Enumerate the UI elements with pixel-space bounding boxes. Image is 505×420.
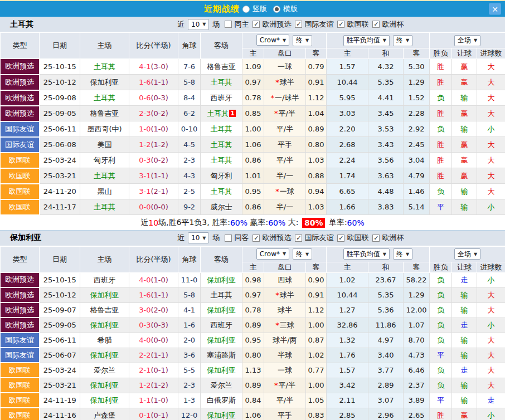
crow-home-odds-cell: 1.06 [242, 408, 264, 420]
away-team-name: 土耳其 [211, 140, 232, 149]
recent-count-select-value: 10 [191, 21, 200, 28]
avg-home-odds-cell: 2.85 [327, 408, 368, 420]
scope-select[interactable]: 全场▼ [454, 248, 480, 260]
date-cell: 24-11-19 [40, 393, 80, 408]
league-checkbox-3[interactable]: ✓ [372, 235, 380, 242]
away-team-name: 土耳其 [211, 125, 232, 133]
home-team-cell: 土耳其 [80, 168, 129, 184]
crow-home-odds-cell: 0.85 [242, 106, 264, 121]
score-cell: 4-1(3-0) [129, 59, 178, 75]
date-cell: 25-09-05 [40, 318, 80, 333]
avg-odds-select[interactable]: 胜平负均值▼ [343, 248, 390, 260]
handicap-result-cell: 走 [452, 272, 477, 287]
half-time-score: (0-1) [150, 411, 168, 419]
close-button[interactable]: ✕ [489, 3, 501, 15]
layout-radio-horizontal-label[interactable]: 横版 [283, 4, 298, 14]
same-venue-checkbox[interactable] [225, 21, 232, 28]
away-team-name: 保加利亚 [207, 276, 236, 284]
full-time-score: 0-3 [139, 321, 150, 329]
handicap-result-cell: 输 [452, 199, 477, 215]
avg-time-select[interactable]: 终▼ [393, 35, 412, 46]
crow-home-odds-cell: 0.95 [242, 184, 264, 199]
home-team-cell: 希腊 [80, 333, 129, 348]
league-checkbox-0[interactable]: ✓ [252, 235, 260, 242]
layout-radio-vertical[interactable] [242, 6, 250, 13]
layout-radio-horizontal[interactable] [273, 6, 280, 13]
avg-away-odds-cell: 12.00 [404, 302, 430, 318]
away-team-name: 白俄罗斯 [207, 396, 236, 404]
date-cell: 25-03-24 [40, 153, 80, 168]
date-cell: 25-06-11 [40, 333, 80, 348]
score-cell: 1-2(1-2) [129, 378, 178, 393]
crow-away-odds-cell: 1.05 [306, 393, 327, 408]
date-cell: 25-03-24 [40, 363, 80, 378]
subcol-header-1-1: 和 [368, 48, 404, 59]
handicap-star: * [271, 94, 275, 102]
league-checkbox-1[interactable]: ✓ [295, 235, 302, 242]
away-team-cell: 保加利亚 [201, 363, 242, 378]
handicap-text: 平/半 [276, 396, 293, 404]
league-checkbox-2[interactable]: ✓ [337, 21, 344, 28]
bookmaker-time-select[interactable]: 终▼ [293, 35, 312, 46]
chevron-down-icon: ▼ [474, 252, 477, 257]
layout-radio-vertical-label[interactable]: 竖版 [252, 4, 267, 14]
handicap-cell: 一球 [264, 363, 306, 378]
bookmaker-select[interactable]: Crow*▼ [256, 248, 289, 260]
crow-home-odds-cell: 0.80 [242, 348, 264, 363]
handicap-cell: *平/半 [264, 378, 306, 393]
result-cell: 胜 [430, 168, 452, 184]
handicap-text: 平手 [278, 411, 292, 419]
league-checkbox-0[interactable]: ✓ [252, 21, 260, 28]
crow-away-odds-cell: 1.03 [306, 153, 327, 168]
corner-cell: 2-3 [178, 153, 201, 168]
section-summary: 近10场,胜6平1负3, 胜率:60% 赢率:60% 大: 80% 单率:60% [0, 216, 505, 231]
away-team-name: 土耳其 [207, 109, 229, 118]
handicap-text: 一球 [278, 62, 292, 71]
goals-result-cell: 大 [477, 106, 505, 121]
away-team-name: 保加利亚 [207, 411, 236, 419]
away-team-cell: 土耳其 [201, 75, 242, 90]
avg-odds-select[interactable]: 胜平负均值▼ [343, 35, 390, 46]
type-cell: 国际友谊 [1, 333, 40, 348]
match-row: 欧国联25-03-21土耳其3-1(1-1)4-3匈牙利1.01半/一0.881… [1, 168, 505, 184]
col-header-2: 主场 [80, 246, 129, 272]
handicap-text: 半/一 [276, 172, 293, 180]
league-checkbox-3[interactable]: ✓ [372, 21, 380, 28]
subcol-header-2-2: 进球数 [477, 262, 505, 272]
handicap-star: * [275, 78, 279, 86]
crow-away-odds-cell: 0.90 [306, 272, 327, 287]
avg-time-select[interactable]: 终▼ [393, 248, 412, 260]
recent-count-select[interactable]: 10▼ [188, 232, 209, 243]
match-row: 欧国联25-03-24匈牙利0-3(0-2)2-3土耳其0.86平/半1.032… [1, 153, 505, 168]
match-row: 欧洲预选25-10-15土耳其4-1(3-0)7-6格鲁吉亚1.09一球0.79… [1, 59, 505, 75]
recent-count-select[interactable]: 10▼ [188, 19, 209, 30]
home-team-cell: 格鲁吉亚 [80, 302, 129, 318]
goals-result-cell: 大 [477, 75, 505, 90]
handicap-cell: 球半/两 [264, 333, 306, 348]
date-cell: 24-11-16 [40, 408, 80, 420]
league-label-2: 欧国联 [347, 233, 368, 243]
avg-draw-odds-cell: 3.40 [368, 348, 404, 363]
scope-select[interactable]: 全场▼ [454, 35, 480, 46]
score-cell: 2-3(0-2) [129, 106, 178, 121]
same-venue-checkbox[interactable] [225, 235, 232, 242]
half-time-score: (0-3) [150, 94, 168, 102]
bookmaker-time-select[interactable]: 终▼ [293, 248, 312, 260]
goals-result-cell: 大 [477, 287, 505, 302]
league-checkbox-1[interactable]: ✓ [295, 21, 302, 28]
avg-away-odds-cell: 6.46 [404, 363, 430, 378]
away-team-cell: 保加利亚 [201, 302, 242, 318]
result-cell: 负 [430, 272, 452, 287]
date-cell: 24-11-17 [40, 199, 80, 215]
scope-select-value: 全场 [458, 250, 471, 259]
goals-result-cell: 大 [477, 59, 505, 75]
match-row: 欧洲预选25-09-08土耳其0-6(0-3)8-4西班牙0.78*一/球半1.… [1, 90, 505, 106]
bookmaker-select[interactable]: Crow*▼ [256, 35, 289, 46]
full-time-score: 1-0 [139, 125, 150, 133]
handicap-text: 球半/两 [273, 336, 297, 344]
goals-result-cell: 大 [477, 137, 505, 153]
league-checkbox-2[interactable]: ✓ [337, 235, 344, 242]
avg-draw-odds-cell: 3.45 [368, 106, 404, 121]
goals-result-cell: 小 [477, 199, 505, 215]
crow-away-odds-cell: 1.12 [306, 90, 327, 106]
